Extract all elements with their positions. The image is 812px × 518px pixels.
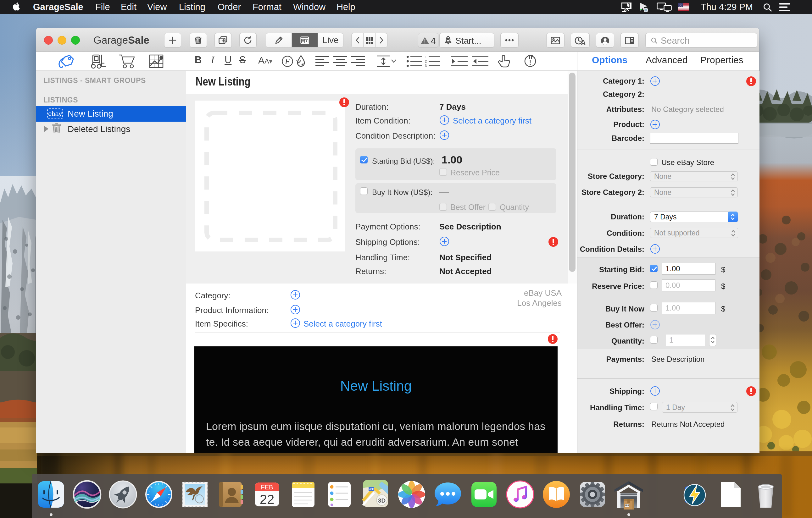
svg-text:F: F xyxy=(285,57,290,66)
svg-text:FEB: FEB xyxy=(261,484,273,491)
svg-text:280: 280 xyxy=(369,487,374,491)
svg-text:3D: 3D xyxy=(378,497,385,504)
svg-text:22: 22 xyxy=(260,492,274,507)
svg-text:2: 2 xyxy=(425,59,427,63)
svg-text:3: 3 xyxy=(425,64,427,67)
svg-text:1: 1 xyxy=(425,56,427,59)
